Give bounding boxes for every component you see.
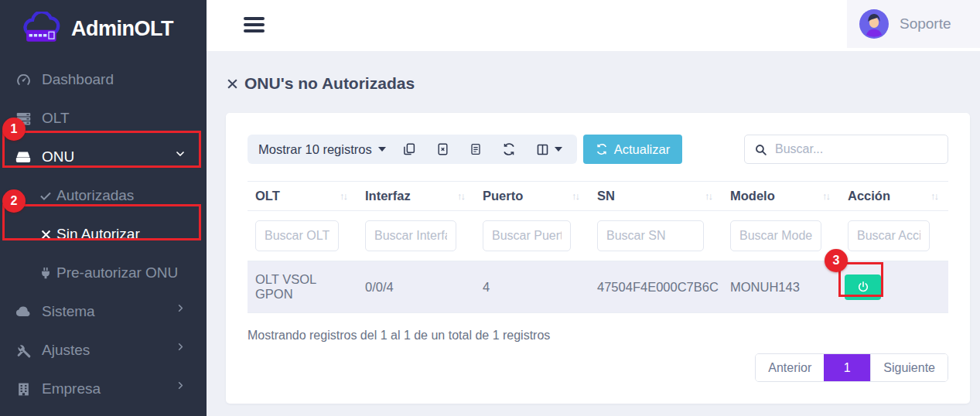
pagination: Anterior 1 Siguiente (755, 353, 948, 382)
actualizar-button[interactable]: Actualizar (583, 135, 682, 164)
sidebar-item-ajustes[interactable]: Ajustes (0, 331, 207, 370)
pagination-row: Anterior 1 Siguiente (248, 353, 948, 382)
hdd-icon (14, 148, 32, 166)
filter-sn-input[interactable] (597, 220, 704, 251)
cloud-icon (14, 302, 32, 321)
chevron-right-icon (175, 380, 186, 391)
filter-cell (475, 211, 589, 261)
annotation-step-3: 3 (825, 249, 848, 272)
page-title: ONU's no Autorizadas (207, 51, 980, 93)
building-icon (14, 380, 32, 398)
user-name: Soporte (900, 15, 951, 32)
sidebar-item-onu[interactable]: ONU (0, 138, 207, 176)
menu-toggle-icon[interactable] (244, 17, 265, 32)
file-export-button[interactable] (459, 135, 492, 164)
column-header-puerto[interactable]: Puerto↑↓ (475, 181, 589, 211)
filter-cell (589, 211, 722, 261)
filter-cell (248, 211, 357, 261)
table-row-cell-interfaz: 0/0/4 (357, 261, 475, 313)
chevron-down-icon (174, 148, 186, 160)
brand-name: AdminOLT (71, 17, 173, 41)
sidebar-item-sistema[interactable]: Sistema (0, 292, 207, 331)
caret-down-icon (555, 147, 562, 152)
search-input[interactable] (775, 142, 938, 156)
export-button-group: Mostrar 10 registros (248, 135, 577, 164)
filter-interfaz-input[interactable] (365, 220, 456, 251)
main-content: ONU's no Autorizadas Mostrar 10 registro… (207, 51, 980, 416)
cloud-olt-logo-icon (22, 12, 65, 46)
column-header-olt[interactable]: OLT↑↓ (248, 181, 357, 211)
table-row-cell-puerto: 4 (475, 261, 589, 313)
sort-icon[interactable]: ↑↓ (930, 190, 941, 202)
power-icon (857, 281, 869, 293)
chevron-right-icon (175, 341, 186, 353)
filter-accion-input[interactable] (848, 220, 930, 251)
table-card: Mostrar 10 registros (226, 113, 970, 404)
refresh-button[interactable] (492, 135, 526, 164)
user-menu[interactable]: Soporte (847, 0, 980, 48)
filter-puerto-input[interactable] (483, 220, 571, 251)
page-length-select[interactable]: Mostrar 10 registros (258, 142, 372, 157)
sidebar-item-olt[interactable]: OLT (0, 99, 207, 138)
column-header-sn[interactable]: SN↑↓ (589, 181, 722, 211)
sidebar-item-autorizadas[interactable]: Autorizadas (0, 176, 207, 215)
onu-table: OLT↑↓ Interfaz↑↓ Puerto↑↓ SN↑↓ Modelo↑↓ … (248, 181, 948, 313)
table-row-cell-olt: OLT VSOL GPON (248, 261, 357, 313)
search-icon (754, 143, 767, 156)
sort-icon[interactable]: ↑↓ (572, 190, 582, 202)
sidebar-item-dashboard[interactable]: Dashboard (0, 60, 207, 99)
authorize-power-button[interactable] (845, 274, 881, 300)
filter-olt-input[interactable] (255, 220, 339, 251)
topbar: Soporte (207, 0, 980, 51)
pagination-page-1-button[interactable]: 1 (824, 354, 870, 381)
filter-modelo-input[interactable] (730, 220, 821, 251)
times-icon (39, 225, 53, 244)
sort-icon[interactable]: ↑↓ (340, 190, 350, 202)
global-search (744, 135, 948, 164)
table-row-cell-accion (840, 261, 948, 313)
pagination-next-button[interactable]: Siguiente (870, 354, 948, 381)
pagination-prev-button[interactable]: Anterior (756, 354, 824, 381)
column-header-accion[interactable]: Acción↑↓ (840, 181, 948, 211)
caret-down-icon (378, 147, 386, 152)
column-visibility-button[interactable] (526, 135, 572, 164)
sidebar-item-empresa[interactable]: Empresa (0, 370, 207, 408)
filter-cell (722, 211, 840, 261)
copy-button[interactable] (392, 135, 426, 164)
excel-export-button[interactable] (426, 135, 459, 164)
sidebar-item-sin-autorizar[interactable]: Sin Autorizar (0, 215, 207, 254)
sidebar: AdminOLT Dashboard OLT ONU (0, 0, 207, 416)
table-info: Mostrando registros del 1 al 1 de un tot… (248, 329, 948, 343)
plug-icon (39, 264, 53, 282)
sidebar-nav: Dashboard OLT ONU Autorizadas (0, 60, 207, 408)
table-toolbar: Mostrar 10 registros (248, 135, 948, 164)
annotation-step-1: 1 (2, 118, 26, 141)
column-header-modelo[interactable]: Modelo↑↓ (722, 181, 840, 211)
filter-cell (840, 211, 948, 261)
sidebar-item-pre-autorizar-onu[interactable]: Pre-autorizar ONU (0, 254, 207, 292)
gauge-icon (14, 70, 32, 89)
avatar (859, 9, 889, 39)
sort-icon[interactable]: ↑↓ (457, 190, 467, 202)
table-row-cell-sn: 47504F4E000C7B6C (589, 261, 722, 313)
annotation-step-2: 2 (2, 189, 26, 213)
column-header-interfaz[interactable]: Interfaz↑↓ (357, 181, 475, 211)
check-icon (39, 186, 53, 205)
chevron-right-icon (175, 302, 186, 314)
close-icon (226, 77, 239, 90)
sort-icon[interactable]: ↑↓ (705, 190, 715, 202)
filter-cell (357, 211, 475, 261)
brand-logo[interactable]: AdminOLT (0, 0, 207, 51)
sort-icon[interactable]: ↑↓ (822, 190, 832, 202)
table-row-cell-modelo: MONUH143 (722, 261, 840, 313)
tools-icon (14, 341, 32, 360)
